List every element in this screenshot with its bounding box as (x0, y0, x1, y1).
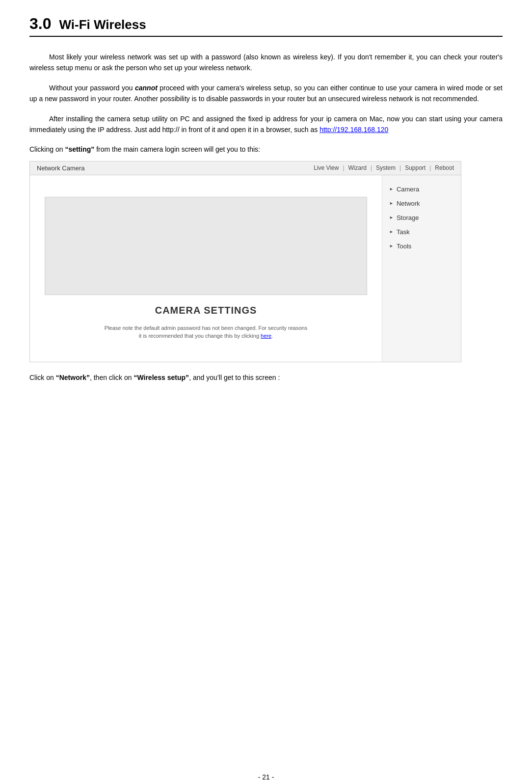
sidebar-item-camera[interactable]: ► Camera (382, 182, 461, 196)
click-instruction: Clicking on “setting” from the main came… (29, 144, 503, 155)
paragraph1: Most likely your wireless network was se… (29, 52, 503, 74)
click-instruction-suffix: from the main camera login screen will g… (94, 145, 260, 153)
sidebar-item-task[interactable]: ► Task (382, 225, 461, 239)
settings-note-line1: Please note the default admin password h… (105, 325, 307, 331)
click-instruction-prefix: Clicking on (29, 145, 65, 153)
setting-bold: “setting” (65, 145, 94, 153)
arrow-icon-tools: ► (389, 243, 394, 248)
page-number: - 21 - (29, 773, 503, 781)
settings-note-link[interactable]: here (261, 333, 271, 339)
camera-settings-note: Please note the default admin password h… (105, 324, 307, 340)
sidebar-label-camera: Camera (397, 186, 419, 193)
section-number: 3.0 (29, 15, 51, 33)
sidebar-label-network: Network (397, 200, 420, 207)
paragraph3: After installing the camera setup utilit… (29, 113, 503, 135)
sidebar-label-storage: Storage (397, 214, 419, 221)
nav-sep1: | (343, 164, 344, 171)
sidebar-item-storage[interactable]: ► Storage (382, 211, 461, 225)
arrow-icon-network: ► (389, 201, 394, 206)
live-view-area (45, 197, 367, 295)
camera-sidebar: ► Camera ► Network ► Storage ► Task ► (382, 175, 461, 362)
sidebar-label-tools: Tools (397, 242, 411, 250)
click-network-prefix: Click on (29, 374, 56, 381)
nav-liveview[interactable]: Live View (314, 164, 339, 171)
click-network-instruction: Click on “Network”, then click on “Wirel… (29, 372, 503, 383)
nav-system[interactable]: System (376, 164, 396, 171)
paragraph2: Without your password you cannot proceed… (29, 82, 503, 105)
paragraph3-prefix: After installing the camera setup utilit… (29, 115, 503, 134)
arrow-icon-camera: ► (389, 187, 394, 191)
section-title: Wi-Fi Wireless (59, 17, 146, 32)
nav-sep4: | (429, 164, 431, 171)
ip-address-link[interactable]: http://192.168.168.120 (319, 126, 388, 134)
click-network-middle: , then click on (90, 374, 134, 381)
nav-reboot[interactable]: Reboot (435, 164, 454, 171)
camera-nav: Live View | Wizard | System | Support | … (314, 164, 454, 171)
settings-note-line2: it is recommended that you change this b… (139, 333, 261, 339)
paragraph2-prefix: Without your password you (49, 84, 135, 92)
wireless-setup-bold: “Wireless setup” (133, 374, 189, 381)
network-bold: “Network” (56, 374, 90, 381)
section-header: 3.0 Wi-Fi Wireless (29, 15, 503, 37)
sidebar-item-tools[interactable]: ► Tools (382, 239, 461, 253)
click-network-suffix: , and you’ll get to this screen : (189, 374, 280, 381)
paragraph2-bold: cannot (135, 84, 158, 92)
camera-topbar: Network Camera Live View | Wizard | Syst… (30, 162, 461, 175)
arrow-icon-task: ► (389, 229, 394, 234)
nav-sep2: | (371, 164, 372, 171)
camera-brand: Network Camera (37, 164, 85, 172)
nav-support[interactable]: Support (405, 164, 426, 171)
arrow-icon-storage: ► (389, 215, 394, 220)
sidebar-item-network[interactable]: ► Network (382, 196, 461, 211)
camera-ui-screenshot: Network Camera Live View | Wizard | Syst… (29, 161, 461, 362)
sidebar-label-task: Task (397, 228, 410, 236)
camera-main: CAMERA SETTINGS Please note the default … (30, 175, 382, 362)
nav-wizard[interactable]: Wizard (348, 164, 367, 171)
nav-sep3: | (399, 164, 401, 171)
camera-settings-title: CAMERA SETTINGS (155, 305, 257, 316)
camera-body: CAMERA SETTINGS Please note the default … (30, 175, 461, 362)
